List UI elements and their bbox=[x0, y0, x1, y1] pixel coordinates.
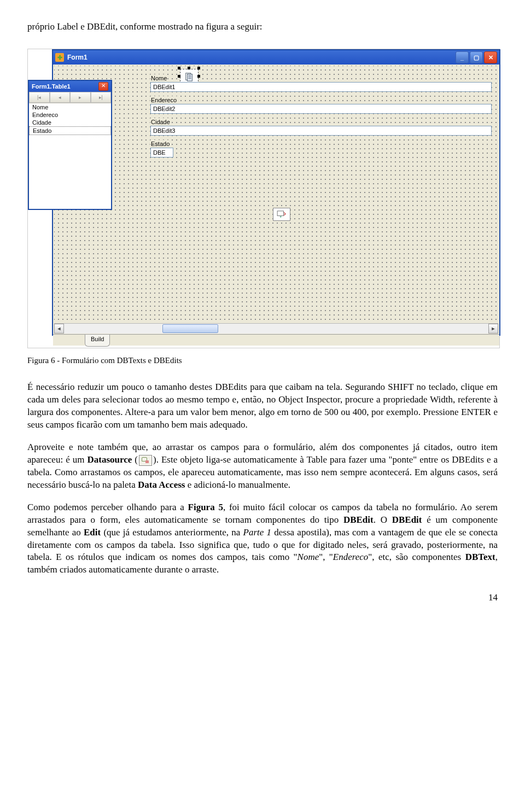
form1-window: ✚ Form1 _ ▢ ✕ No bbox=[52, 49, 500, 336]
nav-next-button[interactable]: ▸ bbox=[70, 92, 91, 103]
minimize-button[interactable]: _ bbox=[456, 51, 469, 63]
datasource-icon bbox=[139, 455, 152, 466]
intro-text: próprio Label e DBEdit, conforme mostrad… bbox=[27, 21, 498, 33]
label-estado[interactable]: Estado bbox=[150, 140, 170, 148]
fields-editor-window: Form1.Table1 ✕ |◂ ◂ ▸ ▸| Nome Endereco C… bbox=[28, 80, 112, 210]
figure-6: ✚ Form1 _ ▢ ✕ No bbox=[27, 49, 500, 348]
fields-editor-close-button[interactable]: ✕ bbox=[98, 82, 108, 91]
paragraph-3: Como podemos perceber olhando para a Fig… bbox=[27, 501, 498, 577]
label-cidade[interactable]: Cidade bbox=[150, 118, 171, 126]
scroll-right-button[interactable]: ► bbox=[488, 324, 498, 334]
paragraph-2: Aproveite e note também que, ao arrastar… bbox=[27, 441, 498, 492]
dbedit-nome[interactable]: DBEdit1 bbox=[150, 82, 492, 92]
nav-last-button[interactable]: ▸| bbox=[91, 92, 112, 103]
nav-first-button[interactable]: |◂ bbox=[29, 92, 50, 103]
dbedit-estado[interactable]: DBE bbox=[150, 148, 173, 157]
scroll-thumb[interactable] bbox=[162, 324, 218, 333]
page-number: 14 bbox=[27, 592, 498, 604]
delphi-app-icon: ✚ bbox=[55, 53, 64, 62]
fields-editor-titlebar[interactable]: Form1.Table1 ✕ bbox=[29, 81, 111, 92]
horizontal-scrollbar[interactable]: ◄ ► bbox=[54, 323, 498, 334]
label-endereco[interactable]: Endereco bbox=[150, 96, 177, 104]
svg-rect-1 bbox=[187, 74, 192, 81]
ide-tabstrip: Build bbox=[53, 334, 499, 346]
form1-title: Form1 bbox=[67, 53, 88, 62]
dbedit-endereco[interactable]: DBEdit2 bbox=[150, 104, 492, 114]
field-item-nome[interactable]: Nome bbox=[29, 103, 111, 111]
fields-editor-title: Form1.Table1 bbox=[32, 83, 71, 90]
svg-rect-5 bbox=[277, 211, 283, 216]
field-item-estado[interactable]: Estado bbox=[29, 126, 111, 135]
fields-list[interactable]: Nome Endereco Cidade Estado bbox=[29, 103, 111, 135]
close-button[interactable]: ✕ bbox=[484, 51, 497, 63]
paragraph-1: É necessário reduzir um pouco o tamanho … bbox=[27, 381, 498, 431]
scroll-track[interactable] bbox=[64, 324, 488, 334]
nav-prior-button[interactable]: ◂ bbox=[50, 92, 71, 103]
form1-titlebar[interactable]: ✚ Form1 _ ▢ ✕ bbox=[53, 50, 499, 65]
dbedit-cidade[interactable]: DBEdit3 bbox=[150, 126, 492, 136]
field-item-cidade[interactable]: Cidade bbox=[29, 119, 111, 126]
tab-build[interactable]: Build bbox=[85, 335, 110, 347]
datasource-component[interactable] bbox=[273, 208, 290, 221]
fields-editor-navigator: |◂ ◂ ▸ ▸| bbox=[29, 92, 111, 103]
label-nome[interactable]: Nome bbox=[150, 74, 167, 83]
figure-caption: Figura 6 - Formulário com DBTexts e DBEd… bbox=[27, 355, 498, 366]
scroll-left-button[interactable]: ◄ bbox=[54, 324, 64, 334]
form1-client-area[interactable]: Nome DBEdit1 Endereco DBEdit2 Cidade DBE… bbox=[54, 66, 498, 334]
field-item-endereco[interactable]: Endereco bbox=[29, 111, 111, 119]
maximize-button[interactable]: ▢ bbox=[470, 51, 483, 63]
